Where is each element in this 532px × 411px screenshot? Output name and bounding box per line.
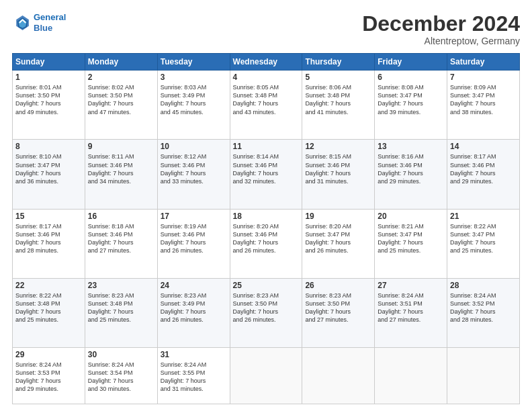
day-number: 16 xyxy=(88,212,154,221)
calendar-cell: 21Sunrise: 8:22 AMSunset: 3:47 PMDayligh… xyxy=(447,209,520,278)
cell-content: Sunrise: 8:24 AMSunset: 3:54 PMDaylight:… xyxy=(88,361,154,394)
calendar-cell: 2Sunrise: 8:02 AMSunset: 3:50 PMDaylight… xyxy=(85,71,157,140)
logo-line2: Blue xyxy=(34,23,52,33)
calendar-cell: 15Sunrise: 8:17 AMSunset: 3:46 PMDayligh… xyxy=(13,209,85,278)
day-header-wednesday: Wednesday xyxy=(230,54,302,71)
day-number: 26 xyxy=(305,281,371,290)
calendar-cell: 5Sunrise: 8:06 AMSunset: 3:48 PMDaylight… xyxy=(302,71,375,140)
calendar-cell: 30Sunrise: 8:24 AMSunset: 3:54 PMDayligh… xyxy=(85,348,157,404)
calendar-cell: 11Sunrise: 8:14 AMSunset: 3:46 PMDayligh… xyxy=(230,140,302,209)
day-number: 30 xyxy=(88,350,154,359)
cell-content: Sunrise: 8:20 AMSunset: 3:46 PMDaylight:… xyxy=(233,222,300,255)
calendar-cell: 9Sunrise: 8:11 AMSunset: 3:46 PMDaylight… xyxy=(85,140,157,209)
calendar-cell: 29Sunrise: 8:24 AMSunset: 3:53 PMDayligh… xyxy=(13,348,85,404)
day-header-saturday: Saturday xyxy=(447,54,520,71)
day-number: 12 xyxy=(305,142,371,151)
logo: General Blue xyxy=(12,12,66,33)
day-number: 25 xyxy=(233,281,300,290)
calendar-cell xyxy=(375,348,447,404)
day-number: 9 xyxy=(88,142,154,151)
cell-content: Sunrise: 8:23 AMSunset: 3:50 PMDaylight:… xyxy=(233,291,300,324)
calendar-cell xyxy=(302,348,375,404)
day-number: 18 xyxy=(233,212,300,221)
day-number: 28 xyxy=(450,281,517,290)
calendar-cell: 18Sunrise: 8:20 AMSunset: 3:46 PMDayligh… xyxy=(230,209,302,278)
calendar-cell: 13Sunrise: 8:16 AMSunset: 3:46 PMDayligh… xyxy=(375,140,447,209)
calendar-cell: 4Sunrise: 8:05 AMSunset: 3:48 PMDaylight… xyxy=(230,71,302,140)
subtitle: Altentreptow, Germany xyxy=(362,36,520,46)
day-number: 2 xyxy=(88,73,154,82)
calendar-cell xyxy=(447,348,520,404)
day-header-monday: Monday xyxy=(85,54,157,71)
day-number: 7 xyxy=(450,73,517,82)
day-number: 6 xyxy=(378,73,444,82)
day-number: 13 xyxy=(378,142,444,151)
calendar-cell: 24Sunrise: 8:23 AMSunset: 3:49 PMDayligh… xyxy=(157,278,230,347)
title-block: December 2024 Altentreptow, Germany xyxy=(362,12,520,46)
cell-content: Sunrise: 8:19 AMSunset: 3:46 PMDaylight:… xyxy=(161,222,227,255)
header: General Blue December 2024 Altentreptow,… xyxy=(12,12,520,46)
calendar-cell: 7Sunrise: 8:09 AMSunset: 3:47 PMDaylight… xyxy=(447,71,520,140)
day-number: 3 xyxy=(161,73,227,82)
day-header-friday: Friday xyxy=(375,54,447,71)
calendar-cell: 23Sunrise: 8:23 AMSunset: 3:48 PMDayligh… xyxy=(85,278,157,347)
calendar-cell: 28Sunrise: 8:24 AMSunset: 3:52 PMDayligh… xyxy=(447,278,520,347)
cell-content: Sunrise: 8:06 AMSunset: 3:48 PMDaylight:… xyxy=(305,83,371,116)
cell-content: Sunrise: 8:12 AMSunset: 3:46 PMDaylight:… xyxy=(161,152,227,185)
day-number: 22 xyxy=(15,281,82,290)
week-row-3: 15Sunrise: 8:17 AMSunset: 3:46 PMDayligh… xyxy=(13,209,520,278)
cell-content: Sunrise: 8:24 AMSunset: 3:53 PMDaylight:… xyxy=(15,361,82,394)
cell-content: Sunrise: 8:23 AMSunset: 3:48 PMDaylight:… xyxy=(88,291,154,324)
cell-content: Sunrise: 8:22 AMSunset: 3:48 PMDaylight:… xyxy=(15,291,82,324)
day-header-tuesday: Tuesday xyxy=(157,54,230,71)
calendar-cell: 31Sunrise: 8:24 AMSunset: 3:55 PMDayligh… xyxy=(157,348,230,404)
page: General Blue December 2024 Altentreptow,… xyxy=(0,0,532,411)
day-number: 31 xyxy=(161,350,227,359)
cell-content: Sunrise: 8:21 AMSunset: 3:47 PMDaylight:… xyxy=(378,222,444,255)
cell-content: Sunrise: 8:24 AMSunset: 3:52 PMDaylight:… xyxy=(450,291,517,324)
cell-content: Sunrise: 8:05 AMSunset: 3:48 PMDaylight:… xyxy=(233,83,300,116)
week-row-4: 22Sunrise: 8:22 AMSunset: 3:48 PMDayligh… xyxy=(13,278,520,347)
day-number: 14 xyxy=(450,142,517,151)
cell-content: Sunrise: 8:14 AMSunset: 3:46 PMDaylight:… xyxy=(233,152,300,185)
day-header-thursday: Thursday xyxy=(302,54,375,71)
day-number: 17 xyxy=(161,212,227,221)
day-number: 23 xyxy=(88,281,154,290)
day-number: 24 xyxy=(161,281,227,290)
cell-content: Sunrise: 8:23 AMSunset: 3:50 PMDaylight:… xyxy=(305,291,371,324)
day-header-sunday: Sunday xyxy=(13,54,85,71)
cell-content: Sunrise: 8:09 AMSunset: 3:47 PMDaylight:… xyxy=(450,83,517,116)
cell-content: Sunrise: 8:18 AMSunset: 3:46 PMDaylight:… xyxy=(88,222,154,255)
calendar-cell: 17Sunrise: 8:19 AMSunset: 3:46 PMDayligh… xyxy=(157,209,230,278)
calendar-cell: 14Sunrise: 8:17 AMSunset: 3:46 PMDayligh… xyxy=(447,140,520,209)
day-number: 1 xyxy=(15,73,82,82)
calendar-cell: 22Sunrise: 8:22 AMSunset: 3:48 PMDayligh… xyxy=(13,278,85,347)
calendar-cell: 10Sunrise: 8:12 AMSunset: 3:46 PMDayligh… xyxy=(157,140,230,209)
cell-content: Sunrise: 8:03 AMSunset: 3:49 PMDaylight:… xyxy=(161,83,227,116)
cell-content: Sunrise: 8:02 AMSunset: 3:50 PMDaylight:… xyxy=(88,83,154,116)
calendar-table: SundayMondayTuesdayWednesdayThursdayFrid… xyxy=(12,53,520,404)
cell-content: Sunrise: 8:22 AMSunset: 3:47 PMDaylight:… xyxy=(450,222,517,255)
calendar-cell xyxy=(230,348,302,404)
day-number: 10 xyxy=(161,142,227,151)
day-number: 29 xyxy=(15,350,82,359)
cell-content: Sunrise: 8:15 AMSunset: 3:46 PMDaylight:… xyxy=(305,152,371,185)
calendar-cell: 12Sunrise: 8:15 AMSunset: 3:46 PMDayligh… xyxy=(302,140,375,209)
day-number: 27 xyxy=(378,281,444,290)
cell-content: Sunrise: 8:20 AMSunset: 3:47 PMDaylight:… xyxy=(305,222,371,255)
cell-content: Sunrise: 8:11 AMSunset: 3:46 PMDaylight:… xyxy=(88,152,154,185)
day-number: 20 xyxy=(378,212,444,221)
day-number: 4 xyxy=(233,73,300,82)
calendar-cell: 8Sunrise: 8:10 AMSunset: 3:47 PMDaylight… xyxy=(13,140,85,209)
logo-line1: General xyxy=(34,12,66,22)
cell-content: Sunrise: 8:01 AMSunset: 3:50 PMDaylight:… xyxy=(15,83,82,116)
calendar-cell: 6Sunrise: 8:08 AMSunset: 3:47 PMDaylight… xyxy=(375,71,447,140)
calendar-cell: 3Sunrise: 8:03 AMSunset: 3:49 PMDaylight… xyxy=(157,71,230,140)
calendar-cell: 16Sunrise: 8:18 AMSunset: 3:46 PMDayligh… xyxy=(85,209,157,278)
cell-content: Sunrise: 8:24 AMSunset: 3:55 PMDaylight:… xyxy=(161,361,227,394)
cell-content: Sunrise: 8:08 AMSunset: 3:47 PMDaylight:… xyxy=(378,83,444,116)
logo-text: General Blue xyxy=(34,12,66,33)
calendar-cell: 20Sunrise: 8:21 AMSunset: 3:47 PMDayligh… xyxy=(375,209,447,278)
week-row-5: 29Sunrise: 8:24 AMSunset: 3:53 PMDayligh… xyxy=(13,348,520,404)
cell-content: Sunrise: 8:16 AMSunset: 3:46 PMDaylight:… xyxy=(378,152,444,185)
